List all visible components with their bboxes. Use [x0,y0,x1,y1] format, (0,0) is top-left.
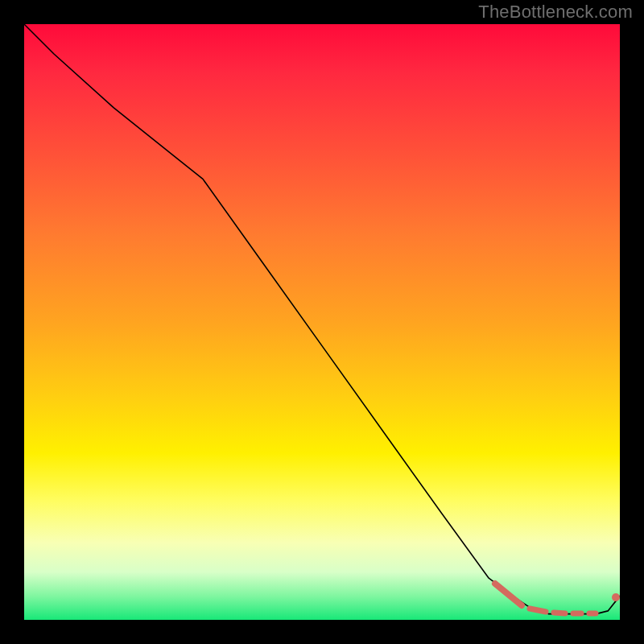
highlight-range [495,584,620,613]
bottleneck-curve [24,24,620,614]
svg-line-0 [495,584,522,605]
endpoint-dot [612,593,620,601]
plot-area [24,24,620,620]
svg-line-1 [530,609,546,612]
watermark-text: TheBottleneck.com [478,2,633,23]
svg-line-2 [554,613,565,613]
chart-frame: TheBottleneck.com [0,0,644,644]
chart-svg [24,24,620,620]
